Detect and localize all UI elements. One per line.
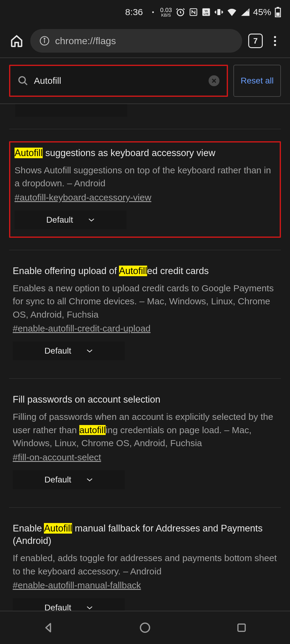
svg-rect-9: [276, 12, 279, 16]
flag-item: Enable Autofill manual fallback for Addr…: [9, 520, 281, 623]
flag-item: Fill passwords on account selectionFilli…: [9, 391, 281, 495]
chevron-down-icon: [86, 349, 93, 353]
flag-description: If enabled, adds toggle for addresses an…: [13, 551, 277, 578]
home-icon[interactable]: [9, 33, 24, 48]
flag-select-value: Default: [44, 346, 71, 356]
search-highlight: Autofill: [15, 148, 43, 158]
flag-select-value: Default: [44, 475, 71, 485]
search-highlight: autofill: [79, 425, 106, 435]
flag-item: Autofill suggestions as keyboard accesso…: [9, 141, 281, 238]
svg-rect-18: [238, 624, 245, 631]
chevron-down-icon: [88, 218, 95, 222]
flag-select[interactable]: Default: [15, 211, 127, 229]
alarm-icon: [176, 7, 185, 17]
vibrate-icon: [214, 8, 223, 17]
wifi-icon: [227, 8, 237, 16]
tab-count[interactable]: 7: [248, 34, 263, 48]
flag-title: Fill passwords on account selection: [13, 393, 277, 406]
flag-select-partial[interactable]: [15, 104, 127, 117]
flag-description: Enables a new option to upload credit ca…: [13, 282, 277, 321]
search-section: Reset all: [0, 57, 290, 104]
reset-all-button[interactable]: Reset all: [233, 65, 281, 97]
search-highlight: Autofill: [119, 266, 147, 276]
battery-pct: 45%: [253, 7, 271, 17]
status-bar: 8:36 • 0.03 KB/S VoLTE x 45%: [0, 0, 290, 24]
flag-anchor-link[interactable]: #enable-autofill-manual-fallback: [13, 580, 141, 590]
svg-text:LTE: LTE: [204, 12, 209, 15]
flag-description: Filling of passwords when an account is …: [13, 410, 277, 450]
search-icon: [18, 75, 28, 86]
system-nav-bar: [0, 611, 290, 644]
divider: [9, 507, 281, 508]
search-highlight: Autofill: [44, 523, 72, 534]
chevron-down-icon: [86, 606, 93, 610]
flag-select[interactable]: Default: [13, 470, 125, 489]
flag-select[interactable]: Default: [13, 342, 125, 360]
flag-title: Enable Autofill manual fallback for Addr…: [13, 522, 277, 548]
volte-icon: VoLTE: [202, 8, 211, 17]
status-kbs: 0.03 KB/S: [160, 7, 172, 17]
info-icon: [39, 36, 50, 46]
flag-select-value: Default: [46, 215, 73, 225]
svg-point-12: [44, 38, 45, 39]
back-icon[interactable]: [39, 619, 58, 637]
flag-title: Enable offering upload of Autofilled cre…: [13, 265, 277, 277]
divider: [9, 378, 281, 379]
search-box: [9, 65, 228, 97]
url-bar[interactable]: chrome://flags: [30, 29, 242, 53]
flag-title: Autofill suggestions as keyboard accesso…: [15, 147, 275, 159]
flag-anchor-link[interactable]: #fill-on-account-select: [13, 452, 101, 463]
nfc-icon: [189, 8, 198, 17]
divider: [9, 129, 281, 129]
flag-anchor-link[interactable]: #autofill-keyboard-accessory-view: [15, 192, 151, 203]
flag-item: Enable offering upload of Autofilled cre…: [9, 262, 281, 366]
chevron-down-icon: [86, 478, 93, 482]
svg-point-13: [19, 77, 25, 83]
search-input[interactable]: [34, 76, 203, 86]
browser-bar: chrome://flags 7: [0, 24, 290, 57]
recents-icon[interactable]: [232, 619, 251, 637]
flag-anchor-link[interactable]: #enable-autofill-credit-card-upload: [13, 323, 150, 334]
signal-icon: x: [240, 8, 249, 16]
home-nav-icon[interactable]: [136, 619, 154, 637]
more-menu-icon[interactable]: [269, 36, 281, 46]
url-text: chrome://flags: [55, 35, 116, 47]
battery-icon: [275, 7, 281, 17]
clear-search-icon[interactable]: [209, 75, 219, 86]
svg-text:Vo: Vo: [205, 9, 208, 12]
svg-rect-5: [217, 9, 220, 15]
status-time: 8:36: [125, 7, 143, 17]
svg-text:x: x: [247, 8, 249, 12]
svg-line-14: [25, 82, 27, 85]
flag-description: Shows Autofill suggestions on top of the…: [15, 164, 275, 190]
divider: [9, 250, 281, 250]
flags-list: Autofill suggestions as keyboard accesso…: [0, 104, 290, 623]
svg-point-17: [140, 623, 150, 632]
status-separator: •: [152, 9, 154, 16]
